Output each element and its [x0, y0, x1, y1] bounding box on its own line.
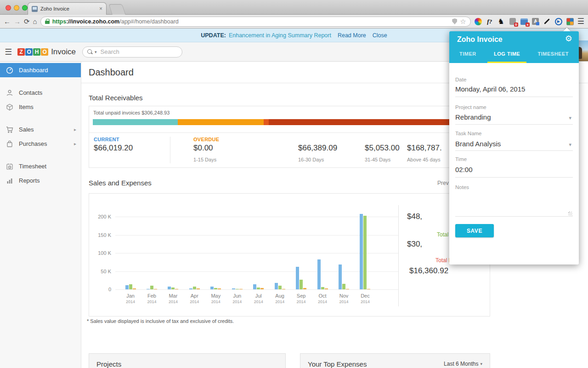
chart-bar-sales-blue — [125, 285, 129, 289]
receivable-amount: $66,389.09 — [298, 144, 337, 153]
sidebar-item-label: Dashboard — [19, 67, 48, 74]
chart-bar-expenses-green — [236, 289, 239, 290]
address-bar[interactable]: https://invoice.zoho.com/app#/home/dashb… — [40, 17, 471, 27]
x-axis-label: Apr2014 — [184, 293, 205, 305]
zoom-window-button[interactable] — [22, 5, 28, 11]
project-name-select[interactable]: Rebranding — [455, 113, 491, 121]
popup-header: Zoho Invoice ⚙ TIMERLOG TIMETIMESHEET — [449, 31, 579, 63]
minimize-window-button[interactable] — [14, 5, 19, 11]
color-wheel-extension-icon[interactable] — [474, 17, 482, 26]
x-axis-label: Jan2014 — [120, 293, 141, 305]
popup-tab-timer[interactable]: TIMER — [459, 51, 476, 57]
window-extension-icon[interactable]: x — [520, 17, 528, 26]
date-field[interactable]: Monday, April 06, 2015 — [455, 85, 525, 93]
x-axis-label: Oct2014 — [312, 293, 333, 305]
chart-bar-expenses-green — [129, 284, 132, 289]
update-label: UPDATE: — [201, 32, 226, 39]
top-expenses-card: Your Top Expenses Last 6 Months▾ — [300, 353, 490, 368]
sidebar-toggle-icon[interactable]: ☰ — [5, 47, 12, 57]
chart-bar-expenses-green — [214, 288, 217, 289]
x-axis-label: Mar2014 — [163, 293, 184, 305]
task-name-select[interactable]: Brand Analysis — [455, 140, 501, 148]
y-axis-tick: 200 K — [93, 214, 111, 219]
chrome-menu-icon[interactable]: ☰ — [577, 17, 584, 25]
chart-bar-expenses-green — [321, 287, 324, 289]
receivable-range: 31-45 Days — [365, 157, 390, 162]
task-dropdown-caret-icon[interactable]: ▾ — [569, 142, 571, 148]
forward-button[interactable]: → — [14, 18, 21, 25]
eyedropper-extension-icon[interactable] — [543, 17, 551, 26]
read-more-link[interactable]: Read More — [338, 32, 366, 39]
content-shield-icon[interactable] — [452, 18, 457, 24]
search-placeholder: Search — [101, 48, 119, 55]
sidebar-item-label: Contacts — [19, 89, 42, 96]
bookmark-star-icon[interactable]: ☆ — [460, 18, 466, 25]
search-input[interactable]: ▾ Search — [82, 46, 182, 58]
badge-x: x — [526, 23, 529, 27]
chart-gridline — [115, 235, 398, 236]
sidebar-item-purchases[interactable]: Purchases▸ — [0, 137, 81, 151]
sidebar-item-sales[interactable]: Sales▸ — [0, 122, 81, 137]
popup-anchor-arrow — [563, 28, 571, 31]
sidebar-item-reports[interactable]: Reports — [0, 173, 81, 188]
bag-extension-icon[interactable]: 0 — [509, 17, 517, 26]
period-selector[interactable]: Prev — [437, 180, 449, 186]
time-label: Time — [455, 156, 467, 162]
time-field[interactable]: 02:00 — [455, 166, 473, 173]
resize-handle-icon[interactable] — [568, 212, 572, 216]
play-extension-icon[interactable]: ▶ — [554, 17, 563, 26]
browser-tab[interactable]: Zoho Invoice × — [28, 2, 107, 15]
zoho-extension-icon[interactable] — [566, 17, 574, 26]
url-text[interactable]: https://invoice.zoho.com/app#/home/dashb… — [52, 18, 450, 25]
sidebar-item-contacts[interactable]: Contacts — [0, 86, 81, 100]
animal-extension-icon[interactable]: ♞ — [497, 17, 505, 26]
function-extension-icon[interactable]: f? — [486, 17, 494, 26]
popup-tab-timesheet[interactable]: TIMESHEET — [538, 51, 569, 57]
popup-tab-log-time[interactable]: LOG TIME — [494, 51, 520, 57]
chart-bar-receipts-orange — [239, 289, 243, 290]
zoho-logo: ZOHO — [17, 48, 48, 56]
back-button[interactable]: ← — [4, 18, 11, 25]
chevron-right-icon: ▸ — [74, 141, 76, 146]
date-label: Date — [455, 77, 466, 82]
save-button[interactable]: SAVE — [455, 224, 494, 237]
receivable-amount: $66,019.20 — [94, 144, 133, 153]
sidebar-item-dashboard[interactable]: Dashboard — [0, 63, 81, 77]
sidebar-item-items[interactable]: Items — [0, 100, 81, 114]
search-scope-caret-icon[interactable]: ▾ — [95, 50, 97, 54]
receivable-label: OVERDUE — [193, 137, 220, 142]
x-axis-label: Jul2014 — [248, 293, 269, 305]
window-titlebar: Zoho Invoice × — [0, 0, 588, 15]
chart-bar-sales-blue — [210, 287, 214, 289]
new-tab-button[interactable] — [108, 4, 125, 15]
project-dropdown-caret-icon[interactable]: ▾ — [569, 115, 571, 121]
chart-bar-expenses-green — [300, 280, 303, 289]
chart-bar-sales-blue — [253, 284, 256, 289]
y-axis-tick: 150 K — [93, 232, 111, 238]
unpaid-invoices-text: Total unpaid invoices $306,248.93 — [93, 110, 170, 115]
sales-icon — [6, 126, 13, 133]
notes-textarea[interactable] — [455, 216, 573, 217]
x-axis-label: Dec2014 — [355, 293, 376, 305]
ssl-lock-icon[interactable] — [45, 19, 50, 24]
chart-bar-sales-blue — [339, 264, 342, 289]
chart-gridline — [115, 217, 398, 217]
chart-bar-sales-blue — [317, 259, 321, 289]
tab-close-icon[interactable]: × — [99, 6, 102, 12]
home-button[interactable]: ⌂ — [33, 18, 37, 25]
expenses-range-dropdown[interactable]: Last 6 Months▾ — [444, 361, 482, 367]
sidebar-item-timesheet[interactable]: Timesheet — [0, 159, 81, 173]
chart-bar-sales-blue — [147, 289, 150, 290]
gear-icon[interactable]: ⚙ — [565, 34, 572, 43]
project-name-label: Project name — [455, 104, 486, 110]
chart-bar-sales-blue — [360, 214, 363, 289]
receivable-amount: $0.00 — [193, 144, 213, 153]
close-window-button[interactable] — [6, 5, 11, 11]
chart-bar-sales-blue — [189, 288, 192, 289]
reload-button[interactable]: ⟳ — [24, 18, 30, 25]
x-axis-label: Nov2014 — [334, 293, 355, 305]
badge-count: 0 — [514, 23, 518, 27]
chart-bar-expenses-green — [363, 216, 367, 289]
translate-extension-icon[interactable]: A — [531, 17, 540, 26]
close-notification-link[interactable]: Close — [373, 32, 387, 39]
